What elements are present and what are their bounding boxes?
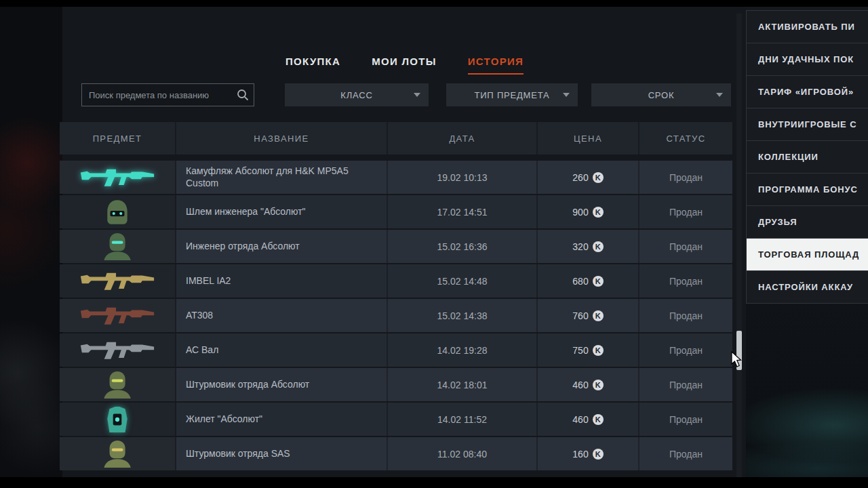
item-icon	[78, 336, 157, 365]
item-date: 17.02 14:51	[388, 195, 538, 228]
sidebar-item-activate-pin[interactable]: АКТИВИРОВАТЬ ПИ	[746, 11, 868, 43]
game-background-left	[0, 7, 62, 477]
sidebar-item-account-settings[interactable]: НАСТРОЙКИ АККАУ	[746, 271, 868, 304]
item-name: Штурмовик отряда Абсолют	[176, 368, 388, 401]
column-header-name: НАЗВАНИЕ	[176, 122, 388, 155]
sidebar-item-marketplace[interactable]: ТОРГОВАЯ ПЛОЩАД	[746, 239, 868, 271]
item-price: 260 K	[538, 161, 639, 194]
item-icon	[78, 405, 157, 434]
table-row[interactable]: Камуфляж Абсолют для H&K MP5A5 Custom 19…	[60, 161, 732, 194]
kredit-coin-icon: K	[593, 449, 604, 460]
letterbox-top	[0, 0, 868, 7]
price-value: 460	[572, 414, 588, 425]
table-row[interactable]: Инженер отряда Абсолют 15.02 16:36 320 K…	[60, 230, 732, 263]
item-image-cell	[60, 437, 176, 470]
filter-term-dropdown[interactable]: СРОК	[591, 83, 731, 106]
price-value: 900	[572, 207, 588, 218]
item-price: 750 K	[538, 333, 639, 367]
table-row[interactable]: Штурмовик отряда SAS 11.02 08:40 160 K П…	[60, 437, 732, 470]
table-row[interactable]: Шлем инженера "Абсолют" 17.02 14:51 900 …	[60, 195, 732, 228]
table-header: ПРЕДМЕТ НАЗВАНИЕ ДАТА ЦЕНА СТАТУС	[60, 122, 732, 155]
price-value: 750	[572, 345, 588, 356]
scrollbar-track[interactable]	[736, 14, 742, 484]
item-image-cell	[60, 264, 176, 298]
item-name: АТ308	[176, 299, 388, 332]
item-date: 14.02 19:28	[388, 333, 538, 367]
item-price: 160 K	[538, 437, 639, 470]
kredit-coin-icon: K	[593, 207, 604, 218]
item-name: Жилет "Абсолют"	[176, 403, 388, 436]
item-name: IMBEL IA2	[176, 264, 388, 298]
price-value: 320	[572, 241, 588, 252]
item-image-cell	[60, 299, 176, 332]
item-status: Продан	[639, 437, 732, 470]
item-status: Продан	[639, 264, 732, 298]
table-row[interactable]: IMBEL IA2 15.02 14:48 680 K Продан	[60, 264, 732, 298]
item-status: Продан	[639, 403, 732, 436]
table-row[interactable]: АТ308 15.02 14:38 760 K Продан	[60, 299, 732, 332]
column-header-item: ПРЕДМЕТ	[60, 122, 176, 155]
item-icon	[78, 267, 157, 296]
chevron-down-icon	[563, 93, 570, 97]
item-name: Шлем инженера "Абсолют"	[176, 195, 388, 228]
history-table: Камуфляж Абсолют для H&K MP5A5 Custom 19…	[60, 161, 732, 472]
item-price: 760 K	[538, 299, 639, 332]
filter-class-dropdown[interactable]: КЛАСС	[285, 83, 429, 106]
item-date: 14.02 11:52	[388, 403, 538, 436]
scrollbar-thumb[interactable]	[736, 331, 742, 370]
item-name: Камуфляж Абсолют для H&K MP5A5 Custom	[176, 161, 388, 194]
item-status: Продан	[639, 333, 732, 367]
sidebar-item-friends[interactable]: ДРУЗЬЯ	[746, 206, 868, 239]
letterbox-bottom	[0, 477, 868, 488]
item-icon	[78, 371, 157, 399]
item-name: АС Вал	[176, 333, 388, 367]
item-date: 15.02 16:36	[388, 230, 538, 263]
search-input[interactable]	[82, 84, 254, 106]
chevron-down-icon	[414, 93, 420, 97]
kredit-coin-icon: K	[593, 345, 604, 356]
item-image-cell	[60, 333, 176, 367]
column-header-status: СТАТУС	[639, 122, 732, 155]
item-icon	[78, 198, 157, 226]
sidebar-item-collections[interactable]: КОЛЛЕКЦИИ	[746, 141, 868, 174]
column-header-price: ЦЕНА	[538, 122, 639, 155]
item-price: 900 K	[538, 195, 639, 228]
item-search	[81, 83, 254, 106]
item-date: 19.02 10:13	[388, 161, 538, 194]
price-value: 160	[572, 449, 588, 460]
item-icon	[78, 232, 157, 261]
item-date: 14.02 18:01	[388, 368, 538, 401]
tab-history[interactable]: ИСТОРИЯ	[468, 56, 524, 75]
item-price: 460 K	[538, 368, 639, 401]
tab-my-lots[interactable]: МОИ ЛОТЫ	[372, 56, 437, 75]
item-status: Продан	[639, 230, 732, 263]
table-row[interactable]: Штурмовик отряда Абсолют 14.02 18:01 460…	[60, 368, 732, 401]
sidebar-item-lucky-days[interactable]: ДНИ УДАЧНЫХ ПОК	[746, 43, 868, 76]
kredit-coin-icon: K	[593, 172, 604, 183]
item-icon	[78, 302, 157, 330]
price-value: 260	[572, 172, 588, 183]
item-name: Инженер отряда Абсолют	[176, 230, 388, 263]
app-window: ПОКУПКА МОИ ЛОТЫ ИСТОРИЯ КЛАСС ТИП ПРЕДМ…	[0, 0, 868, 488]
right-sidebar: АКТИВИРОВАТЬ ПИ ДНИ УДАЧНЫХ ПОК ТАРИФ «И…	[746, 7, 868, 477]
item-image-cell	[60, 195, 176, 228]
item-price: 460 K	[538, 403, 639, 436]
table-row[interactable]: Жилет "Абсолют" 14.02 11:52 460 K Продан	[60, 403, 732, 436]
marketplace-panel: ПОКУПКА МОИ ЛОТЫ ИСТОРИЯ КЛАСС ТИП ПРЕДМ…	[0, 7, 868, 477]
item-image-cell	[60, 161, 176, 194]
filter-item-type-dropdown[interactable]: ТИП ПРЕДМЕТА	[446, 83, 578, 106]
item-status: Продан	[639, 161, 732, 194]
price-value: 460	[572, 380, 588, 390]
sidebar-item-ingame-services[interactable]: ВНУТРИИГРОВЫЕ С	[746, 108, 868, 141]
item-image-cell	[60, 403, 176, 436]
filter-class-label: КЛАСС	[340, 90, 372, 100]
search-icon[interactable]	[236, 88, 250, 102]
kredit-coin-icon: K	[593, 241, 604, 252]
tab-purchase[interactable]: ПОКУПКА	[285, 56, 340, 75]
item-date: 15.02 14:38	[388, 299, 538, 332]
sidebar-item-bonus-program[interactable]: ПРОГРАММА БОНУС	[746, 174, 868, 206]
sidebar-item-game-tariff[interactable]: ТАРИФ «ИГРОВОЙ»	[746, 76, 868, 108]
item-icon	[78, 163, 157, 192]
table-row[interactable]: АС Вал 14.02 19:28 750 K Продан	[60, 333, 732, 367]
item-image-cell	[60, 230, 176, 263]
